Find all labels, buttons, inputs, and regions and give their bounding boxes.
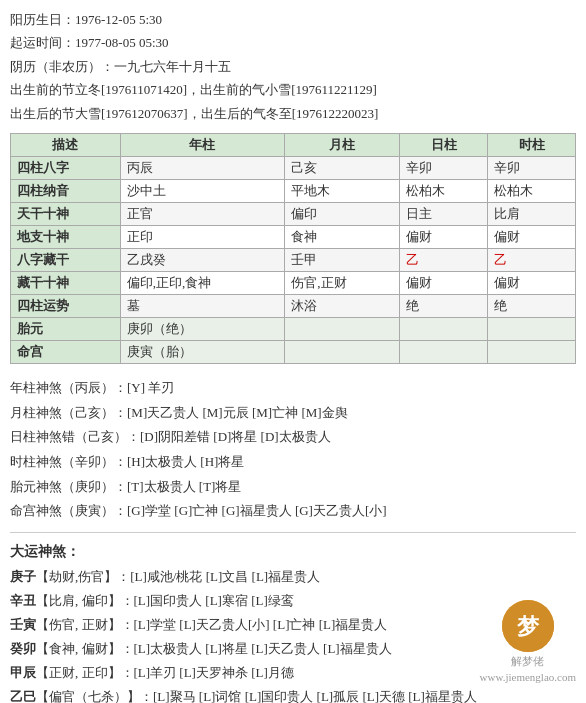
dayun-type: 【伤官, 正财】: [36, 617, 121, 632]
shensha-content: [H]太极贵人 [H]将星: [127, 454, 244, 469]
cell-nian: 庚寅（胎）: [120, 340, 285, 363]
cell-ri: 偏财: [400, 225, 488, 248]
row-label: 命宫: [11, 340, 121, 363]
cell-yue: [285, 317, 400, 340]
row-label: 四柱纳音: [11, 179, 121, 202]
cell-yue: 食神: [285, 225, 400, 248]
col-header-yue: 月柱: [285, 133, 400, 156]
cell-yue: 伤官,正财: [285, 271, 400, 294]
dayun-type: 【比肩, 偏印】: [36, 593, 121, 608]
cell-ri: 日主: [400, 202, 488, 225]
col-header-desc: 描述: [11, 133, 121, 156]
shensha-content: [D]阴阳差错 [D]将星 [D]太极贵人: [140, 429, 331, 444]
dayun-ganzhi: 乙巳: [10, 689, 36, 703]
shensha-content: [T]太极贵人 [T]将星: [127, 479, 241, 494]
table-row: 四柱八字 丙辰 己亥 辛卯 辛卯: [11, 156, 576, 179]
table-row: 胎元 庚卯（绝）: [11, 317, 576, 340]
cell-shi: 比肩: [488, 202, 576, 225]
dayun-type: 【偏官（七杀）】: [36, 689, 140, 703]
dayun-row-1: 庚子【劫财,伤官】：[L]咸池/桃花 [L]文昌 [L]福星贵人: [10, 565, 576, 589]
shensha-label: 时柱神煞（辛卯）：: [10, 454, 127, 469]
page-wrapper: 阳历生日：1976-12-05 5:30 起运时间：1977-08-05 05:…: [0, 0, 586, 703]
cell-nian: 正印: [120, 225, 285, 248]
cell-nian: 正官: [120, 202, 285, 225]
shensha-label: 年柱神煞（丙辰）：: [10, 380, 127, 395]
sizhu-table: 描述 年柱 月柱 日柱 时柱 四柱八字 丙辰 己亥 辛卯 辛卯 四柱纳音 沙中土…: [10, 133, 576, 364]
nongli-line: 阴历（非农历）：一九七六年十月十五: [10, 55, 576, 78]
dayun-content: ：[L]学堂 [L]天乙贵人[小] [L]亡神 [L]福星贵人: [121, 617, 388, 632]
cell-ri: [400, 317, 488, 340]
cell-shi: [488, 340, 576, 363]
table-row: 四柱纳音 沙中土 平地木 松柏木 松柏木: [11, 179, 576, 202]
jieqi1-line: 出生前的节立冬[197611071420]，出生前的气小雪[1976112211…: [10, 78, 576, 101]
table-row: 藏干十神 偏印,正印,食神 伤官,正财 偏财 偏财: [11, 271, 576, 294]
col-header-shi: 时柱: [488, 133, 576, 156]
dayun-content: ：[L]聚马 [L]词馆 [L]国印贵人 [L]孤辰 [L]天德 [L]福星贵人: [140, 689, 477, 703]
cell-yue: 沐浴: [285, 294, 400, 317]
cell-shi: [488, 317, 576, 340]
cell-ri: [400, 340, 488, 363]
cell-nian: 偏印,正印,食神: [120, 271, 285, 294]
row-label: 天干十神: [11, 202, 121, 225]
qiyun-line: 起运时间：1977-08-05 05:30: [10, 31, 576, 54]
dayun-title: 大运神煞：: [10, 543, 576, 561]
shensha-label: 日柱神煞错（己亥）：: [10, 429, 140, 444]
row-label: 胎元: [11, 317, 121, 340]
shensha-row-yuezhu: 月柱神煞（己亥）：[M]天乙贵人 [M]元辰 [M]亡神 [M]金舆: [10, 401, 576, 426]
cell-nian: 沙中土: [120, 179, 285, 202]
dayun-content: ：[L]太极贵人 [L]将星 [L]天乙贵人 [L]福星贵人: [121, 641, 392, 656]
dayun-ganzhi: 癸卯: [10, 641, 36, 656]
logo-box: 梦 解梦佬 www.jiemenglao.com: [480, 600, 576, 683]
cell-nian: 墓: [120, 294, 285, 317]
row-label: 藏干十神: [11, 271, 121, 294]
cell-yue: 平地木: [285, 179, 400, 202]
table-row: 八字藏干 乙戌癸 壬甲 乙 乙: [11, 248, 576, 271]
logo-icon: 梦: [502, 600, 554, 652]
cell-yue: [285, 340, 400, 363]
dayun-content: ：[L]羊刃 [L]天罗神杀 [L]月德: [121, 665, 294, 680]
row-label: 八字藏干: [11, 248, 121, 271]
shensha-row-nianzhu: 年柱神煞（丙辰）：[Y] 羊刃: [10, 376, 576, 401]
shensha-label: 命宫神煞（庚寅）：: [10, 503, 127, 518]
cell-ri: 松柏木: [400, 179, 488, 202]
logo-watermark: 梦 解梦佬 www.jiemenglao.com: [480, 600, 576, 683]
cell-shi: 偏财: [488, 271, 576, 294]
dayun-type: 【食神, 偏财】: [36, 641, 121, 656]
dayun-type: 【劫财,伤官】: [36, 569, 117, 584]
dayun-row-6: 乙巳【偏官（七杀）】：[L]聚马 [L]词馆 [L]国印贵人 [L]孤辰 [L]…: [10, 685, 576, 703]
row-label: 四柱八字: [11, 156, 121, 179]
col-header-nian: 年柱: [120, 133, 285, 156]
cell-shi: 乙: [488, 248, 576, 271]
table-row: 四柱运势 墓 沐浴 绝 绝: [11, 294, 576, 317]
cell-shi: 偏财: [488, 225, 576, 248]
shensha-row-taiyuan: 胎元神煞（庚卯）：[T]太极贵人 [T]将星: [10, 475, 576, 500]
cell-shi: 绝: [488, 294, 576, 317]
row-label: 四柱运势: [11, 294, 121, 317]
shensha-content: [G]学堂 [G]亡神 [G]福星贵人 [G]天乙贵人[小]: [127, 503, 387, 518]
cell-nian: 丙辰: [120, 156, 285, 179]
shensha-content: [M]天乙贵人 [M]元辰 [M]亡神 [M]金舆: [127, 405, 348, 420]
shensha-row-rizhu: 日柱神煞错（己亥）：[D]阴阳差错 [D]将星 [D]太极贵人: [10, 425, 576, 450]
shensha-row-shizhu: 时柱神煞（辛卯）：[H]太极贵人 [H]将星: [10, 450, 576, 475]
shensha-section: 年柱神煞（丙辰）：[Y] 羊刃 月柱神煞（己亥）：[M]天乙贵人 [M]元辰 […: [10, 376, 576, 524]
cell-nian: 庚卯（绝）: [120, 317, 285, 340]
cell-ri: 乙: [400, 248, 488, 271]
table-row: 地支十神 正印 食神 偏财 偏财: [11, 225, 576, 248]
yangri-line: 阳历生日：1976-12-05 5:30: [10, 8, 576, 31]
col-header-ri: 日柱: [400, 133, 488, 156]
logo-text-main: 解梦佬: [511, 654, 544, 669]
cell-ri: 辛卯: [400, 156, 488, 179]
section-divider: [10, 532, 576, 533]
cell-yue: 壬甲: [285, 248, 400, 271]
dayun-ganzhi: 庚子: [10, 569, 36, 584]
dayun-ganzhi: 辛丑: [10, 593, 36, 608]
dayun-type: 【正财, 正印】: [36, 665, 121, 680]
dayun-ganzhi: 甲辰: [10, 665, 36, 680]
cell-yue: 己亥: [285, 156, 400, 179]
cell-ri: 绝: [400, 294, 488, 317]
shensha-content: [Y] 羊刃: [127, 380, 174, 395]
shensha-row-minggong: 命宫神煞（庚寅）：[G]学堂 [G]亡神 [G]福星贵人 [G]天乙贵人[小]: [10, 499, 576, 524]
dayun-content: ：[L]咸池/桃花 [L]文昌 [L]福星贵人: [117, 569, 320, 584]
logo-url: www.jiemenglao.com: [480, 671, 576, 683]
cell-ri: 偏财: [400, 271, 488, 294]
